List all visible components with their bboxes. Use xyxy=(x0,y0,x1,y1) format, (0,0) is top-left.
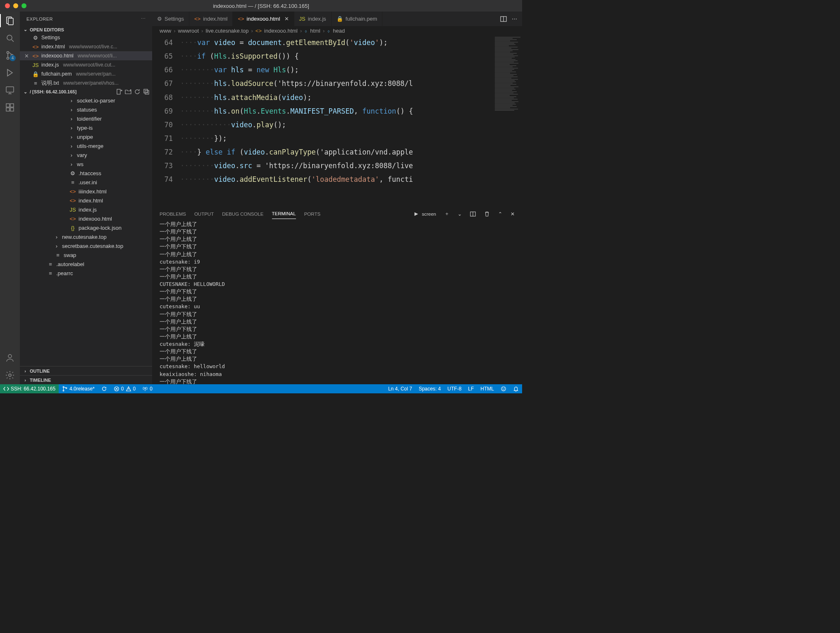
folder-header[interactable]: ⌄ / [SSH: 66.42.100.165] xyxy=(20,88,152,96)
chevron-right-icon: › xyxy=(69,98,74,104)
ports-tab[interactable]: PORTS xyxy=(304,209,320,219)
txt-file-icon: ≡ xyxy=(47,270,54,276)
output-tab[interactable]: OUTPUT xyxy=(194,209,214,219)
explorer-icon[interactable] xyxy=(5,16,15,26)
panel: PROBLEMS OUTPUT DEBUG CONSOLE TERMINAL P… xyxy=(152,207,522,384)
file-item[interactable]: ›<>iiiindex.html xyxy=(20,187,152,196)
settings-gear-icon[interactable] xyxy=(5,370,15,380)
close-window-button[interactable] xyxy=(5,3,10,8)
new-terminal-icon[interactable]: ＋ xyxy=(444,211,449,217)
new-folder-icon[interactable] xyxy=(125,88,131,95)
minimize-window-button[interactable] xyxy=(13,3,18,8)
folder-tree[interactable]: ›socket.io-parser›statuses›toidentifier›… xyxy=(20,96,152,366)
line-numbers: 6465666768697071727374 xyxy=(152,35,180,207)
zoom-window-button[interactable] xyxy=(21,3,26,8)
new-file-icon[interactable] xyxy=(116,88,122,95)
file-item[interactable]: ›≡.user.ini xyxy=(20,178,152,187)
open-editors-header[interactable]: ⌄ OPEN EDITORS xyxy=(20,26,152,33)
open-editor-item[interactable]: ✕<>indexooo.htmlwww/wwwroot/li... xyxy=(20,51,152,60)
split-terminal-icon[interactable] xyxy=(470,211,476,217)
radio-tower-icon[interactable]: 0 xyxy=(139,384,156,393)
file-item[interactable]: ›≡swap xyxy=(20,250,152,259)
split-editor-icon[interactable] xyxy=(500,16,507,22)
debug-console-tab[interactable]: DEBUG CONSOLE xyxy=(222,209,263,219)
cursor-position[interactable]: Ln 4, Col 7 xyxy=(385,384,415,393)
file-item[interactable]: ›JSindex.js xyxy=(20,205,152,214)
svg-point-4 xyxy=(7,52,9,54)
terminal-tab[interactable]: TERMINAL xyxy=(272,209,296,219)
open-editor-item[interactable]: 🔒fullchain.pemwww/server/pan... xyxy=(20,69,152,79)
editor-tab[interactable]: 🔒fullchain.pem xyxy=(332,12,383,26)
chevron-right-icon: › xyxy=(69,116,74,122)
editor-tab[interactable]: JSindex.js xyxy=(294,12,332,26)
collapse-all-icon[interactable] xyxy=(143,88,150,95)
outline-header[interactable]: › OUTLINE xyxy=(20,366,152,375)
folder-item[interactable]: ›vary xyxy=(20,150,152,159)
open-editor-item[interactable]: ≡说明.txtwww/server/panel/vhos... xyxy=(20,79,152,88)
chevron-right-icon: › xyxy=(69,143,74,149)
code-editor[interactable]: 6465666768697071727374 ····var video = d… xyxy=(152,35,522,207)
maximize-panel-icon[interactable]: ⌃ xyxy=(498,211,502,217)
problems-tab[interactable]: PROBLEMS xyxy=(160,209,186,219)
source-control-icon[interactable]: 4 xyxy=(5,50,15,60)
code-content[interactable]: ····var video = document.getElementById(… xyxy=(180,35,522,207)
folder-item[interactable]: ›secretbase.cutesnake.top xyxy=(20,241,152,250)
open-editor-item[interactable]: ⚙Settings xyxy=(20,33,152,42)
run-debug-icon[interactable] xyxy=(5,68,15,78)
svg-rect-13 xyxy=(6,108,10,111)
minimap[interactable] xyxy=(493,35,522,207)
folder-item[interactable]: ›new.cutesnake.top xyxy=(20,232,152,241)
folder-item[interactable]: ›ws xyxy=(20,159,152,169)
editor-tab[interactable]: ⚙Settings xyxy=(152,12,189,26)
folder-item[interactable]: ›toidentifier xyxy=(20,114,152,123)
chevron-down-icon: ⌄ xyxy=(22,89,28,95)
feedback-icon[interactable] xyxy=(497,384,510,393)
open-editor-item[interactable]: JSindex.jswww/wwwroot/live.cut... xyxy=(20,60,152,69)
folder-item[interactable]: ›type-is xyxy=(20,123,152,132)
svg-rect-14 xyxy=(10,108,14,111)
chevron-right-icon: › xyxy=(54,243,60,249)
editor-tab[interactable]: <>index.html xyxy=(189,12,233,26)
file-item[interactable]: ›⚙.htaccess xyxy=(20,169,152,178)
file-item[interactable]: ›<>indexooo.html xyxy=(20,214,152,223)
file-item[interactable]: ›≡.pearrc xyxy=(20,269,152,278)
folder-item[interactable]: ›unpipe xyxy=(20,132,152,141)
problems-status[interactable]: 0 0 xyxy=(110,384,139,393)
svg-point-36 xyxy=(145,388,146,389)
kill-terminal-icon[interactable] xyxy=(484,211,490,217)
folder-item[interactable]: ›utils-merge xyxy=(20,141,152,150)
accounts-icon[interactable] xyxy=(5,353,15,363)
terminal-profile[interactable]: screen xyxy=(413,211,436,217)
terminal-content[interactable]: 一个用户上线了 一个用户下线了 一个用户上线了 一个用户下线了 一个用户上线了 … xyxy=(152,221,522,384)
timeline-header[interactable]: › TIMELINE xyxy=(20,375,152,384)
more-actions-icon[interactable]: ⋯ xyxy=(512,16,517,22)
editor-tab[interactable]: <>indexooo.html✕ xyxy=(233,12,294,26)
close-tab-icon[interactable]: ✕ xyxy=(284,16,289,22)
file-item[interactable]: ›<>index.html xyxy=(20,196,152,205)
language-mode[interactable]: HTML xyxy=(477,384,497,393)
gear-file-icon: ⚙ xyxy=(32,35,39,41)
remote-indicator[interactable]: SSH: 66.42.100.165 xyxy=(0,384,59,393)
git-branch[interactable]: 4.0release* xyxy=(59,384,98,393)
close-panel-icon[interactable]: ✕ xyxy=(511,211,515,217)
sidebar-more-icon[interactable]: ⋯ xyxy=(141,16,146,21)
encoding[interactable]: UTF-8 xyxy=(444,384,465,393)
extensions-icon[interactable] xyxy=(5,102,15,112)
eol[interactable]: LF xyxy=(465,384,477,393)
file-item[interactable]: ›≡.autorelabel xyxy=(20,259,152,269)
notifications-icon[interactable] xyxy=(510,384,522,393)
folder-item[interactable]: ›socket.io-parser xyxy=(20,96,152,105)
breadcrumb[interactable]: www› wwwroot› live.cutesnake.top› <> ind… xyxy=(152,26,522,35)
svg-rect-11 xyxy=(6,104,10,107)
folder-item[interactable]: ›statuses xyxy=(20,105,152,114)
indentation[interactable]: Spaces: 4 xyxy=(415,384,444,393)
refresh-icon[interactable] xyxy=(134,88,141,95)
chevron-down-icon: ⌄ xyxy=(22,27,28,32)
close-icon[interactable]: ✕ xyxy=(23,53,30,59)
sync-icon[interactable] xyxy=(98,384,110,393)
search-icon[interactable] xyxy=(5,33,15,43)
open-editor-item[interactable]: <>index.htmlwww/wwwroot/live.c... xyxy=(20,42,152,51)
remote-explorer-icon[interactable] xyxy=(5,85,15,95)
file-item[interactable]: ›{}package-lock.json xyxy=(20,223,152,232)
terminal-dropdown-icon[interactable]: ⌄ xyxy=(458,211,462,217)
